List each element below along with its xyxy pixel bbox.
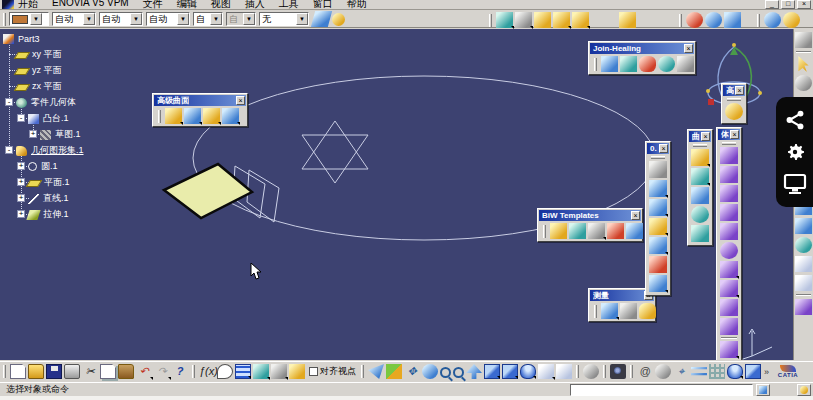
tree-item-yz-plane[interactable]: yz 平面 — [16, 64, 62, 77]
menu-edit[interactable]: 编辑 — [177, 0, 197, 10]
measure-between-icon[interactable] — [601, 303, 618, 319]
tree-item-label[interactable]: yz 平面 — [32, 64, 62, 77]
menu-insert[interactable]: 插入 — [245, 0, 265, 10]
wireframe-icon[interactable] — [538, 364, 554, 379]
circle-icon[interactable] — [795, 237, 812, 253]
structure-tree-icon[interactable] — [253, 364, 269, 379]
catalog-edit-icon[interactable] — [572, 12, 589, 28]
toolbar-grip[interactable] — [651, 156, 665, 159]
toolbar-title[interactable]: 曲 — [692, 131, 700, 142]
normal-view-icon[interactable] — [466, 364, 482, 379]
close-icon[interactable]: × — [730, 130, 739, 139]
operations-toolbar-0[interactable]: 0. × — [645, 141, 671, 296]
design-table-icon[interactable] — [235, 364, 251, 379]
close-icon[interactable]: × — [236, 96, 245, 105]
disassemble-icon[interactable] — [677, 56, 694, 72]
align-viewpoint-checkbox[interactable] — [309, 367, 318, 376]
open-folder-icon[interactable] — [28, 364, 44, 379]
menu-start[interactable]: 开始 — [18, 0, 38, 10]
tree-item-label[interactable]: 零件几何体 — [31, 96, 76, 109]
toolbar-grip[interactable] — [693, 144, 707, 147]
thick-surface-icon[interactable] — [720, 147, 738, 164]
multi-view-icon[interactable] — [484, 364, 500, 379]
toolbar-grip[interactable] — [3, 13, 6, 26]
zoom-in-icon[interactable] — [440, 367, 451, 378]
toolbar-grip[interactable] — [361, 365, 364, 378]
advanced-surfaces-toolbar[interactable]: 高级曲面 × — [152, 93, 248, 127]
biw-templates-toolbar[interactable]: BiW Templates × — [537, 208, 643, 242]
zoom-out-icon[interactable] — [453, 367, 464, 378]
fill-color-select[interactable]: ▼ — [9, 12, 49, 26]
cut-icon[interactable]: ✂ — [82, 364, 98, 379]
toolbar-grip[interactable] — [158, 110, 161, 123]
shading-icon[interactable] — [520, 364, 536, 379]
chevron-down-icon[interactable]: ▼ — [130, 13, 142, 25]
parachute-icon[interactable] — [705, 12, 722, 28]
panel-icon[interactable] — [203, 108, 220, 124]
update-icon[interactable] — [496, 12, 513, 28]
save-icon[interactable] — [46, 364, 62, 379]
hidden-line-icon[interactable] — [556, 364, 572, 379]
close-icon[interactable]: × — [631, 211, 640, 220]
close-icon[interactable]: × — [735, 86, 744, 95]
tree-item-label[interactable]: 凸台.1 — [43, 112, 69, 125]
volume-icon[interactable] — [720, 341, 738, 358]
tree-item-label[interactable]: 平面.1 — [44, 176, 70, 189]
catalog-icon[interactable] — [534, 12, 551, 28]
toolbar-title[interactable]: 0. — [650, 144, 657, 153]
compass-manipulation-handle[interactable] — [708, 99, 714, 105]
volumes-toolbar[interactable]: 体 × — [716, 127, 742, 360]
chevron-down-icon[interactable]: ▼ — [296, 13, 308, 25]
toolbar-grip[interactable] — [630, 365, 633, 378]
line-type-select[interactable]: 自动 ▼ — [146, 12, 190, 26]
tree-item-label[interactable]: 拉伸.1 — [43, 208, 69, 221]
comment-icon[interactable] — [217, 364, 233, 379]
close-icon[interactable]: × — [701, 132, 710, 141]
expander-icon[interactable]: + — [17, 162, 25, 170]
hood-icon[interactable] — [184, 108, 201, 124]
surfaces-toolbar[interactable]: 曲 × — [687, 129, 713, 246]
tree-item-sketch[interactable]: 草图.1 — [40, 128, 81, 141]
close-button[interactable]: × — [797, 0, 811, 9]
pan-icon[interactable]: ✥ — [404, 364, 420, 379]
catalog-open-icon[interactable] — [553, 12, 570, 28]
point-symbol-select[interactable]: 自 ▼ — [193, 12, 223, 26]
avatar-icon[interactable] — [783, 12, 800, 28]
bee-icon[interactable] — [725, 103, 743, 120]
context-help-icon[interactable]: ? — [172, 364, 188, 379]
share-icon[interactable] — [784, 109, 806, 131]
menu-file[interactable]: 文件 — [143, 0, 163, 10]
chevron-down-icon[interactable]: ▼ — [83, 13, 95, 25]
monitor-icon[interactable] — [783, 173, 807, 195]
extract-icon[interactable] — [649, 275, 667, 292]
tree-item-line1[interactable]: 直线.1 — [28, 192, 69, 205]
box-view-icon[interactable] — [745, 364, 761, 379]
expander-icon[interactable]: + — [17, 210, 25, 218]
advanced-toolbar[interactable]: 高 × — [721, 83, 747, 124]
snap-grid-icon[interactable] — [515, 12, 532, 28]
toolbar-grip[interactable] — [489, 14, 492, 27]
walk-icon[interactable] — [691, 364, 707, 379]
tree-item-partbody[interactable]: 零件几何体 — [16, 96, 76, 109]
toolbar-grip[interactable] — [679, 14, 682, 27]
measure-item-icon[interactable] — [620, 303, 637, 319]
timer-icon[interactable] — [655, 364, 671, 379]
expander-icon[interactable]: - — [5, 98, 13, 106]
bead-icon[interactable] — [626, 223, 643, 239]
blend-icon[interactable] — [649, 218, 667, 235]
formula-icon[interactable]: ƒ(x) — [199, 364, 215, 379]
equivalent-dimensions-icon[interactable] — [289, 364, 305, 379]
bumper-icon[interactable] — [165, 108, 182, 124]
hexagram-triangle-down[interactable] — [302, 135, 368, 183]
catalog-browser-icon[interactable] — [271, 364, 287, 379]
undo-icon[interactable]: ↶ — [136, 364, 152, 379]
join-healing-toolbar[interactable]: Join-Healing × — [588, 41, 696, 75]
toolbar-grip[interactable] — [757, 14, 760, 27]
at-icon[interactable]: @ — [637, 364, 653, 379]
iso-view-icon[interactable] — [502, 364, 518, 379]
toolbar-title[interactable]: 体 — [721, 129, 729, 140]
boundary-icon[interactable] — [649, 256, 667, 273]
toolbar-title[interactable]: 测量 — [593, 290, 609, 301]
fly-mode-icon[interactable] — [368, 364, 384, 379]
toolbar-grip[interactable] — [3, 365, 6, 378]
